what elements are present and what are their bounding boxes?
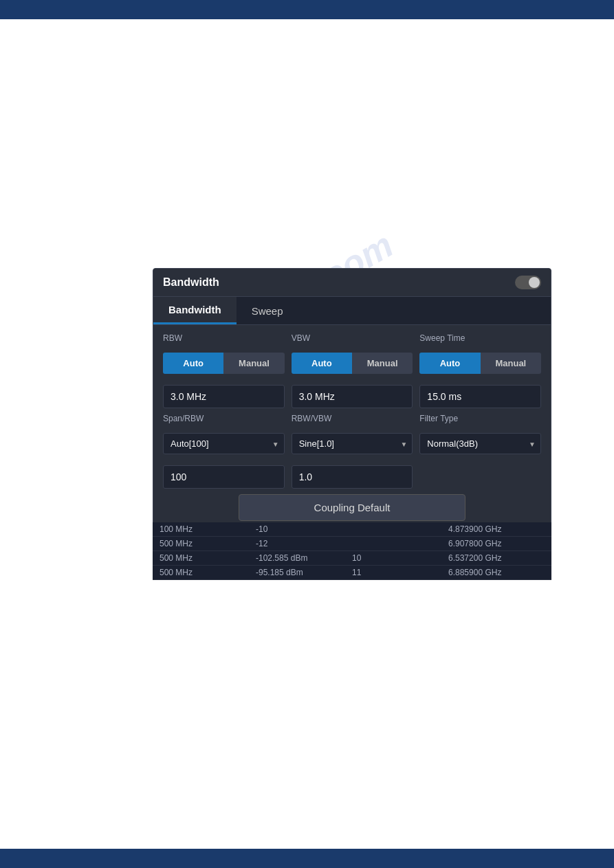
bg-col-1: 500 MHz <box>160 539 256 548</box>
bg-col-4: 4.873900 GHz <box>448 524 545 534</box>
auto-manual-row: Auto Manual Auto Manual Auto Manual <box>163 353 541 374</box>
sweep-time-label: Sweep Time <box>419 333 541 343</box>
tab-sweep[interactable]: Sweep <box>237 297 298 324</box>
span-rbw-value-input[interactable] <box>163 465 285 489</box>
table-row: 100 MHz -10 4.873900 GHz <box>153 522 551 537</box>
bg-col-3 <box>352 524 448 534</box>
rbw-btn-group: Auto Manual <box>163 353 285 374</box>
dropdowns-row: Auto[100] Manual Sine[1.0] Gaussian Rect… <box>163 433 541 454</box>
table-row: 500 MHz -95.185 dBm 11 6.885900 GHz <box>153 566 551 580</box>
dialog-content: RBW VBW Sweep Time Auto Manual <box>153 325 551 531</box>
bg-col-4: 6.537200 GHz <box>448 553 545 563</box>
rbw-auto-button[interactable]: Auto <box>163 353 223 374</box>
second-labels-row: Span/RBW RBW/VBW Filter Type <box>163 414 541 427</box>
rbw-vbw-dropdown[interactable]: Sine[1.0] Gaussian Rect EMI <box>292 433 413 454</box>
bg-col-2: -95.185 dBm <box>256 568 352 577</box>
table-row: 500 MHz -12 6.907800 GHz <box>153 537 551 551</box>
sweep-btn-group: Auto Manual <box>419 353 541 374</box>
bg-col-3: 10 <box>352 553 448 563</box>
values-row <box>163 379 541 408</box>
bg-col-2: -12 <box>256 539 352 548</box>
rbw-label: RBW <box>163 333 285 343</box>
bg-col-1: 500 MHz <box>160 568 256 577</box>
vbw-label: VBW <box>292 333 413 343</box>
span-rbw-label: Span/RBW <box>163 414 285 423</box>
top-bar <box>0 0 614 19</box>
span-rbw-dropdown-wrapper: Auto[100] Manual <box>163 433 285 454</box>
coupling-default-button[interactable]: Coupling Default <box>239 494 465 521</box>
bg-col-2: -102.585 dBm <box>256 553 352 563</box>
vbw-manual-button[interactable]: Manual <box>352 353 413 374</box>
filter-type-label: Filter Type <box>419 414 541 423</box>
bottom-bar <box>0 849 614 868</box>
vbw-btn-group: Auto Manual <box>292 353 413 374</box>
second-values-row <box>163 460 541 489</box>
filter-type-dropdown[interactable]: Normal(3dB) Channel RRC <box>419 433 541 454</box>
rbw-vbw-label: RBW/VBW <box>292 414 413 423</box>
bg-data-table: 100 MHz -10 4.873900 GHz 500 MHz -12 6.9… <box>153 522 551 580</box>
bg-col-2: -10 <box>256 524 352 534</box>
rbw-vbw-value-input[interactable] <box>292 465 413 489</box>
vbw-auto-button[interactable]: Auto <box>292 353 352 374</box>
sweep-time-value-input[interactable] <box>419 385 541 408</box>
dialog-title: Bandwidth <box>163 276 219 289</box>
bg-col-4: 6.885900 GHz <box>448 568 545 577</box>
sweep-auto-button[interactable]: Auto <box>419 353 480 374</box>
bg-col-3 <box>352 539 448 548</box>
filter-type-dropdown-wrapper: Normal(3dB) Channel RRC <box>419 433 541 454</box>
rbw-manual-button[interactable]: Manual <box>223 353 284 374</box>
span-rbw-dropdown[interactable]: Auto[100] Manual <box>163 433 285 454</box>
labels-row: RBW VBW Sweep Time <box>163 333 541 347</box>
dialog-toggle[interactable] <box>515 276 541 289</box>
rbw-vbw-dropdown-wrapper: Sine[1.0] Gaussian Rect EMI <box>292 433 413 454</box>
tab-bandwidth[interactable]: Bandwidth <box>153 297 237 324</box>
table-row: 500 MHz -102.585 dBm 10 6.537200 GHz <box>153 551 551 566</box>
vbw-value-input[interactable] <box>292 385 413 408</box>
bg-col-1: 100 MHz <box>160 524 256 534</box>
dialog-tabs: Bandwidth Sweep <box>153 297 551 325</box>
sweep-manual-button[interactable]: Manual <box>481 353 541 374</box>
bg-col-3: 11 <box>352 568 448 577</box>
bg-col-4: 6.907800 GHz <box>448 539 545 548</box>
rbw-value-input[interactable] <box>163 385 285 408</box>
bg-col-1: 500 MHz <box>160 553 256 563</box>
bandwidth-dialog: Bandwidth Bandwidth Sweep RBW VBW Sweep … <box>153 268 551 531</box>
dialog-titlebar: Bandwidth <box>153 269 551 297</box>
